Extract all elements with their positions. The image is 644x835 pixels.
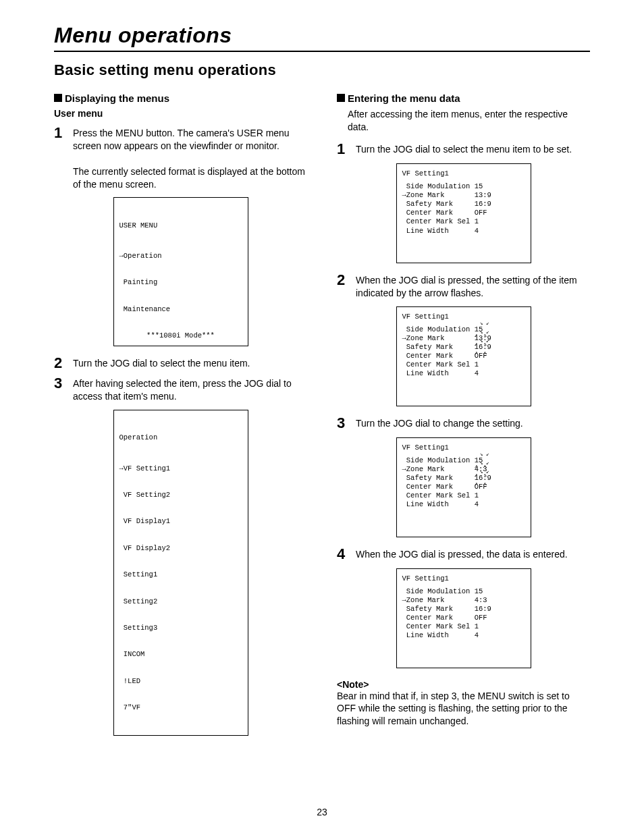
- right-step-3: 3 Turn the JOG dial to change the settin…: [337, 417, 590, 431]
- screen-line: →Operation: [119, 252, 242, 261]
- step-body: Turn the JOG dial to select the menu ite…: [73, 357, 307, 370]
- step-number: 2: [337, 273, 349, 288]
- left-column: Displaying the menus User menu 1 Press t…: [54, 92, 307, 747]
- right-step-2: 2 When the JOG dial is pressed, the sett…: [337, 274, 590, 300]
- right-step-4: 4 When the JOG dial is pressed, the data…: [337, 548, 590, 562]
- screen-line: VF Display1: [119, 517, 242, 526]
- step-number: 3: [54, 376, 66, 391]
- page-number: 23: [0, 807, 644, 817]
- step-number: 1: [337, 142, 349, 157]
- screen-line: →VF Setting1: [119, 464, 242, 473]
- screen-line: Setting2: [119, 597, 242, 606]
- screen-line: VF Display2: [119, 544, 242, 553]
- step-number: 3: [337, 416, 349, 431]
- screen-line: Setting3: [119, 624, 242, 632]
- step-text: Press the MENU button. The camera's USER…: [73, 128, 290, 151]
- step-body: Turn the JOG dial to select the menu ite…: [356, 143, 590, 156]
- screen-title: USER MENU: [119, 221, 242, 230]
- block-heading-text: Displaying the menus: [65, 92, 169, 104]
- screen-vf-setting-4: VF Setting1 Side Modulation 15→Zone Mark…: [396, 568, 531, 668]
- block-heading-entering-data: Entering the menu data: [337, 92, 590, 104]
- note-heading: <Note>: [337, 679, 590, 690]
- step-number: 1: [54, 126, 66, 140]
- step-text-b: The currently selected format is display…: [73, 166, 305, 190]
- right-column: Entering the menu data After accessing t…: [337, 92, 590, 747]
- screen-operation: Operation →VF Setting1 VF Setting2 VF Di…: [113, 410, 248, 736]
- columns: Displaying the menus User menu 1 Press t…: [54, 92, 590, 747]
- screen-user-menu: USER MENU →Operation Painting Maintenanc…: [113, 197, 248, 346]
- subheading-user-menu: User menu: [54, 108, 307, 119]
- section-heading: Basic setting menu operations: [54, 61, 590, 79]
- block-heading-displaying-menus: Displaying the menus: [54, 92, 307, 104]
- screen-vf-setting-2: VF Setting1 Side Modulation ↘ ↙15↗ ↖→Zon…: [396, 306, 531, 406]
- note-body: Bear in mind that if, in step 3, the MEN…: [337, 690, 590, 728]
- intro-paragraph: After accessing the item menus, enter th…: [348, 108, 590, 134]
- screen-line: 7"VF: [119, 703, 242, 712]
- block-heading-text: Entering the menu data: [348, 92, 460, 104]
- title-rule: [54, 51, 590, 52]
- page: Menu operations Basic setting menu opera…: [0, 0, 644, 835]
- screen-title: Operation: [119, 433, 242, 442]
- step-body: Press the MENU button. The camera's USER…: [73, 127, 307, 190]
- left-step-3: 3 After having selected the item, press …: [54, 377, 307, 403]
- square-bullet-icon: [54, 94, 62, 102]
- page-title: Menu operations: [54, 23, 590, 48]
- screen-line: VF Setting2: [119, 491, 242, 500]
- square-bullet-icon: [337, 94, 345, 102]
- screen-line: !LED: [119, 677, 242, 686]
- screen-line: INCOM: [119, 650, 242, 659]
- step-body: After having selected the item, press th…: [73, 377, 307, 403]
- screen-line: Maintenance: [119, 305, 242, 314]
- screen-bottom: ***1080i Mode***: [114, 331, 248, 340]
- screen-vf-setting-3: VF Setting1 Side Modulation ↘ ↙15↗ ↖→Zon…: [396, 437, 531, 537]
- step-number: 4: [337, 547, 349, 562]
- step-number: 2: [54, 356, 66, 371]
- right-step-1: 1 Turn the JOG dial to select the menu i…: [337, 143, 590, 157]
- screen-line: Painting: [119, 278, 242, 287]
- screen-vf-setting-1: VF Setting1 Side Modulation 15→Zone Mark…: [396, 163, 531, 263]
- step-body: Turn the JOG dial to change the setting.: [356, 417, 590, 430]
- step-body: When the JOG dial is pressed, the settin…: [356, 274, 590, 300]
- screen-line: Setting1: [119, 570, 242, 579]
- step-body: When the JOG dial is pressed, the data i…: [356, 548, 590, 561]
- left-step-1: 1 Press the MENU button. The camera's US…: [54, 127, 307, 190]
- left-step-2: 2 Turn the JOG dial to select the menu i…: [54, 357, 307, 371]
